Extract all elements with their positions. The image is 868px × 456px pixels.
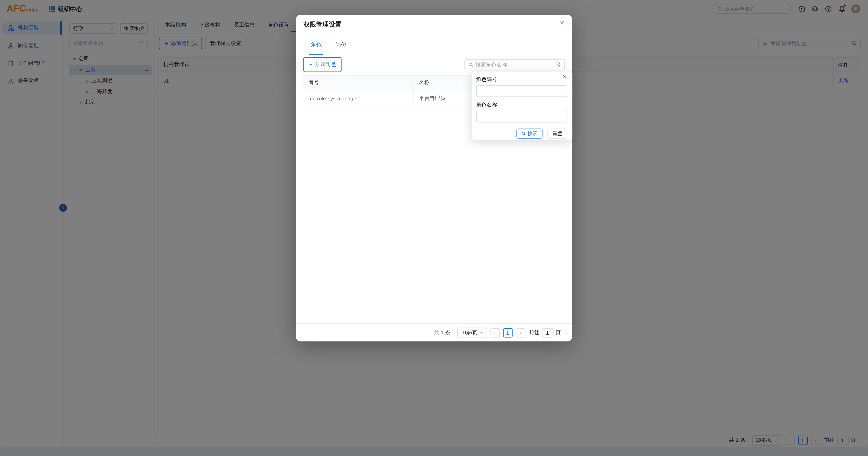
- role-name-input[interactable]: [476, 111, 568, 122]
- modal-pagination-bar: 共 1 条 10条/页 ‹ 1 › 前往 页: [296, 323, 572, 341]
- next-page-button[interactable]: ›: [516, 328, 525, 337]
- total-count-label: 共 1 条: [434, 329, 451, 336]
- page-size-select[interactable]: 10条/页: [457, 327, 487, 338]
- modal-tab-role[interactable]: 角色: [311, 41, 321, 49]
- modal-title: 权限管理设置: [303, 20, 342, 29]
- role-search-input[interactable]: [464, 59, 565, 70]
- modal-tab-post[interactable]: 岗位: [335, 41, 346, 49]
- search-icon: [468, 62, 473, 67]
- chevron-down-icon: [479, 331, 484, 335]
- role-code-header: 编号: [303, 76, 413, 90]
- filter-search-button[interactable]: 搜索: [517, 129, 542, 139]
- filter-funnel-icon[interactable]: [556, 62, 561, 67]
- plus-icon: ＋: [308, 61, 314, 68]
- modal-close-icon[interactable]: ✕: [560, 20, 565, 26]
- page-unit-label: 页: [555, 329, 561, 336]
- popup-close-icon[interactable]: ✕: [562, 74, 567, 80]
- goto-label: 前往: [529, 329, 539, 336]
- modal-tab-bar: 角色 岗位: [296, 34, 572, 55]
- role-code-input[interactable]: [476, 85, 568, 97]
- page-jump-input[interactable]: [541, 328, 553, 337]
- role-name-label: 角色名称: [476, 102, 568, 109]
- prev-page-button[interactable]: ‹: [490, 328, 500, 337]
- add-role-button[interactable]: ＋ 添加角色: [303, 57, 341, 72]
- filter-reset-button[interactable]: 重置: [548, 129, 568, 139]
- role-code-label: 角色编号: [476, 76, 568, 83]
- role-filter-popup: ✕ 角色编号 角色名称 搜索 重置: [471, 71, 572, 140]
- page-size-value: 10条/页: [461, 329, 477, 336]
- role-search-field[interactable]: [475, 62, 554, 67]
- role-code-cell: afc-role-sys-manager: [303, 90, 413, 106]
- search-icon: [522, 132, 526, 136]
- page-number-button[interactable]: 1: [503, 328, 512, 337]
- app-root: AFCenter 组织中心 AI ? 租: [0, 0, 868, 456]
- permission-settings-modal: 权限管理设置 ✕ 角色 岗位 ＋ 添加角色 编号: [296, 15, 572, 341]
